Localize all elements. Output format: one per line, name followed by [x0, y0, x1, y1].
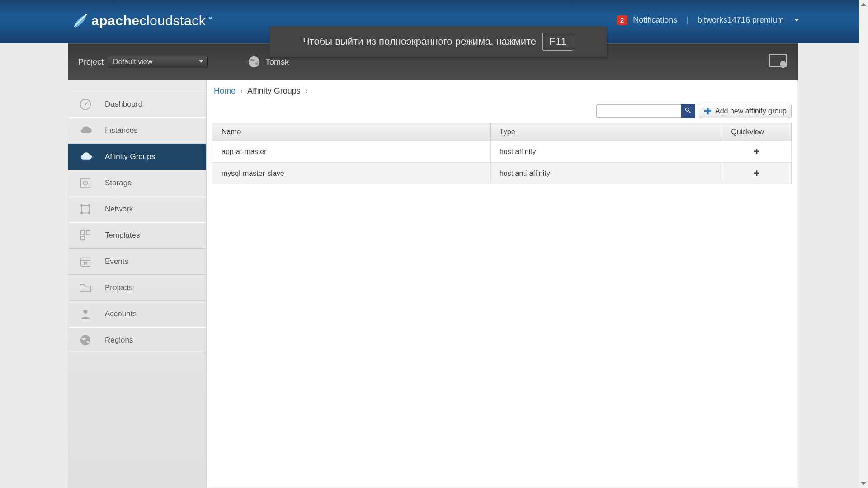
sidebar-item-regions[interactable]: Regions — [68, 327, 206, 353]
table-row[interactable]: mysql-master-slavehost anti-affinity✚ — [212, 163, 792, 184]
svg-point-19 — [83, 310, 87, 314]
sidebar-item-network[interactable]: Network — [68, 196, 206, 222]
folder-icon — [78, 280, 93, 296]
templates-icon — [78, 228, 93, 243]
cloud-icon — [78, 123, 93, 138]
sidebar-item-events[interactable]: 17Events — [68, 249, 206, 275]
sidebar-item-label: Network — [105, 205, 133, 214]
gauge-icon — [78, 97, 93, 112]
add-affinity-group-button[interactable]: ✚ Add new affinity group — [699, 104, 792, 118]
notifications-link[interactable]: Notifications — [633, 15, 677, 25]
globe-icon — [247, 55, 261, 69]
main-panel: Home › Affinity Groups › ✚ Add new affin… — [206, 80, 797, 488]
fullscreen-hint: Чтобы выйти из полноэкранного режима, на… — [269, 26, 607, 57]
calendar-icon: 17 — [78, 254, 93, 269]
svg-line-22 — [689, 111, 690, 113]
svg-point-21 — [686, 108, 689, 111]
breadcrumb-current: Affinity Groups — [247, 86, 301, 96]
svg-point-8 — [85, 183, 86, 184]
cell-name: mysql-master-slave — [212, 163, 491, 184]
sidebar-item-storage[interactable]: Storage — [68, 170, 206, 196]
network-icon — [78, 202, 93, 217]
sidebar-item-label: Affinity Groups — [105, 152, 155, 161]
svg-text:17: 17 — [83, 261, 88, 266]
chevron-down-icon — [199, 60, 203, 63]
svg-rect-13 — [81, 231, 85, 235]
certificate-icon[interactable] — [769, 54, 787, 70]
cell-type: host affinity — [490, 141, 722, 163]
scroll-down-icon[interactable] — [861, 482, 866, 485]
search-button[interactable] — [681, 104, 695, 118]
svg-point-0 — [249, 56, 259, 67]
project-label: Project — [78, 57, 104, 67]
brand-logo[interactable]: apachecloudstack™ — [72, 13, 212, 28]
separator: | — [686, 15, 689, 25]
chevron-right-icon: › — [240, 86, 243, 96]
svg-point-20 — [80, 335, 90, 345]
search-icon — [685, 107, 691, 115]
search-input[interactable] — [596, 104, 681, 118]
toolbar: ✚ Add new affinity group — [207, 102, 797, 120]
fullscreen-hint-text: Чтобы выйти из полноэкранного режима, на… — [303, 36, 536, 47]
person-icon — [78, 306, 93, 322]
user-menu[interactable]: bitworks14716 premium — [698, 15, 784, 25]
plus-icon: ✚ — [754, 169, 760, 177]
sidebar-item-label: Dashboard — [105, 100, 142, 109]
quickview-button[interactable]: ✚ — [722, 163, 792, 184]
sidebar-item-label: Templates — [105, 231, 140, 240]
sidebar-item-dashboard[interactable]: Dashboard — [68, 91, 206, 117]
globe-icon — [78, 333, 93, 348]
project-select[interactable]: Default view — [108, 56, 208, 68]
svg-rect-15 — [81, 236, 85, 240]
table-row[interactable]: app-at-masterhost affinity✚ — [212, 141, 792, 163]
chevron-down-icon[interactable] — [794, 19, 799, 22]
sidebar-item-label: Accounts — [105, 310, 137, 319]
col-header-name[interactable]: Name — [212, 123, 491, 141]
sidebar-item-label: Events — [105, 257, 128, 266]
sidebar-item-affinity-groups[interactable]: Affinity Groups — [68, 144, 206, 170]
plus-icon: ✚ — [704, 106, 712, 117]
brand-text: apachecloudstack™ — [91, 13, 212, 28]
cloud-icon — [78, 149, 93, 164]
notification-badge[interactable]: 2 — [617, 15, 627, 25]
region-selector[interactable]: Tomsk — [247, 55, 289, 69]
project-selected: Default view — [113, 58, 152, 66]
sidebar: DashboardInstancesAffinity GroupsStorage… — [68, 80, 206, 488]
chevron-right-icon: › — [305, 86, 308, 96]
sidebar-item-instances[interactable]: Instances — [68, 117, 206, 144]
col-header-quickview: Quickview — [722, 123, 792, 141]
disk-icon — [78, 175, 93, 191]
sidebar-item-accounts[interactable]: Accounts — [68, 301, 206, 327]
scroll-up-icon[interactable] — [861, 3, 866, 6]
fullscreen-hint-key: F11 — [542, 33, 573, 51]
cell-type: host anti-affinity — [490, 163, 722, 184]
sidebar-item-templates[interactable]: Templates — [68, 222, 206, 249]
sidebar-item-label: Storage — [105, 178, 132, 188]
sidebar-item-label: Instances — [105, 126, 138, 135]
search — [596, 104, 695, 118]
sidebar-item-label: Regions — [105, 336, 133, 345]
svg-rect-14 — [86, 231, 90, 235]
sidebar-item-label: Projects — [105, 283, 132, 292]
region-label: Tomsk — [265, 57, 289, 67]
svg-point-2 — [780, 61, 786, 67]
affinity-groups-table: Name Type Quickview app-at-masterhost af… — [212, 123, 792, 184]
feather-icon — [72, 13, 88, 28]
quickview-button[interactable]: ✚ — [722, 141, 792, 163]
svg-point-5 — [85, 103, 86, 105]
sidebar-item-projects[interactable]: Projects — [68, 275, 206, 301]
scrollbar[interactable] — [859, 0, 868, 488]
add-button-label: Add new affinity group — [715, 107, 787, 115]
plus-icon: ✚ — [754, 148, 760, 155]
breadcrumb-home[interactable]: Home — [214, 86, 236, 96]
breadcrumb: Home › Affinity Groups › — [207, 80, 797, 102]
col-header-type[interactable]: Type — [490, 123, 722, 141]
cell-name: app-at-master — [212, 141, 491, 163]
